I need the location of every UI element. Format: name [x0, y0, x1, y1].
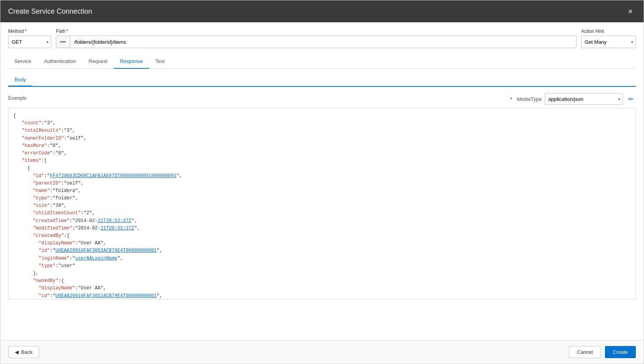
dialog-title: Create Service Connection: [8, 7, 92, 16]
tab-content-response: Body Example * MediaType application/jso…: [8, 69, 636, 334]
json-line: "type":"folder",: [13, 195, 631, 202]
json-line: {: [13, 165, 631, 172]
json-line: "totalResults":"3",: [13, 127, 631, 134]
json-line: "createdBy":{: [13, 232, 631, 240]
path-label: Path*: [56, 29, 576, 34]
action-hint-label: Action Hint: [581, 29, 636, 34]
path-input-wrapper: •••: [56, 36, 576, 48]
tab-test[interactable]: Test: [149, 54, 171, 69]
method-select-arrow-icon: ▾: [44, 40, 51, 44]
json-line: "name":"foldera",: [13, 187, 631, 195]
action-hint-select[interactable]: Get Many Get One Create Update Delete: [582, 36, 629, 48]
json-editor[interactable]: { "count":"3", "totalResults":"3", "owne…: [8, 108, 636, 299]
json-line: "childItemsCount":"2",: [13, 210, 631, 217]
create-service-connection-dialog: Create Service Connection × Method* GET …: [0, 0, 644, 364]
tabs-row: Service Authentication Request Response …: [8, 54, 636, 69]
json-line: "parentID":"self",: [13, 180, 631, 187]
json-line: "count":"3",: [13, 120, 631, 127]
path-field-group: Path* •••: [56, 29, 576, 48]
json-line: "id":"U0EAA20910FAF3052ACB79E4T000000000…: [13, 247, 631, 255]
json-line: "displayName":"User AA",: [13, 240, 631, 247]
media-type-select-wrapper: application/json application/xml text/pl…: [545, 93, 623, 105]
edit-media-type-button[interactable]: ✏: [626, 95, 636, 104]
create-button[interactable]: Create: [605, 346, 636, 358]
action-hint-field-group: Action Hint Get Many Get One Create Upda…: [581, 29, 636, 48]
json-line: "size":"39",: [13, 202, 631, 210]
json-line: "id":"FF4729683CD68C1AFB1AE87DT000000000…: [13, 172, 631, 180]
json-line: "ownerFolderID":"self",: [13, 135, 631, 142]
json-line: "errorCode":"0",: [13, 150, 631, 157]
json-line: "items":[: [13, 157, 631, 165]
dialog-footer: ◀ Back Cancel Create: [0, 340, 644, 364]
dialog-body: Method* GET POST PUT PATCH DELETE ▾ Path: [0, 22, 644, 340]
json-line: "loginName":"userAALoginName",: [13, 255, 631, 262]
footer-right: Cancel Create: [569, 346, 636, 358]
dialog-header: Create Service Connection ×: [0, 0, 644, 22]
path-input[interactable]: [70, 36, 576, 48]
example-label: Example: [8, 95, 27, 101]
close-button[interactable]: ×: [625, 6, 636, 17]
back-button[interactable]: ◀ Back: [8, 346, 39, 358]
method-select-wrapper: GET POST PUT PATCH DELETE ▾: [8, 36, 51, 48]
back-arrow-icon: ◀: [15, 349, 19, 355]
method-label: Method*: [8, 29, 51, 34]
media-type-label: MediaType: [517, 96, 542, 102]
method-select[interactable]: GET POST PUT PATCH DELETE: [9, 36, 44, 48]
media-type-arrow-icon: ▾: [616, 97, 623, 101]
body-section: Example * MediaType application/json app…: [8, 93, 636, 334]
json-line: "hasMore":"0",: [13, 142, 631, 150]
action-hint-select-wrapper: Get Many Get One Create Update Delete ▾: [581, 36, 636, 48]
media-type-row: * MediaType application/json application…: [510, 93, 636, 105]
sub-tab-body[interactable]: Body: [8, 74, 32, 87]
media-type-select[interactable]: application/json application/xml text/pl…: [545, 93, 616, 104]
path-dots-button[interactable]: •••: [56, 36, 70, 48]
json-line: "displayName":"User AA",: [13, 285, 631, 292]
sub-tabs-row: Body: [8, 74, 636, 87]
json-line: "ownedBy":{: [13, 277, 631, 285]
json-line: },: [13, 270, 631, 277]
tab-service[interactable]: Service: [8, 54, 37, 69]
json-line: "type":"user": [13, 262, 631, 270]
tab-authentication[interactable]: Authentication: [37, 54, 82, 69]
json-line: {: [13, 112, 631, 120]
action-hint-arrow-icon: ▾: [629, 40, 635, 44]
tab-request[interactable]: Request: [82, 54, 114, 69]
tab-response[interactable]: Response: [114, 54, 149, 69]
json-line: "id":"U0EAA20910FAF3052ACB79E4T000000000…: [13, 292, 631, 300]
form-row: Method* GET POST PUT PATCH DELETE ▾ Path: [8, 29, 636, 48]
method-field-group: Method* GET POST PUT PATCH DELETE ▾: [8, 29, 51, 48]
body-top-row: Example * MediaType application/json app…: [8, 93, 636, 105]
cancel-button[interactable]: Cancel: [569, 346, 601, 358]
json-line: "modifiedTime":"2014-02-21T20:52:37Z",: [13, 225, 631, 232]
json-line: "createdTime":"2014-02-21T20:52:37Z",: [13, 217, 631, 225]
